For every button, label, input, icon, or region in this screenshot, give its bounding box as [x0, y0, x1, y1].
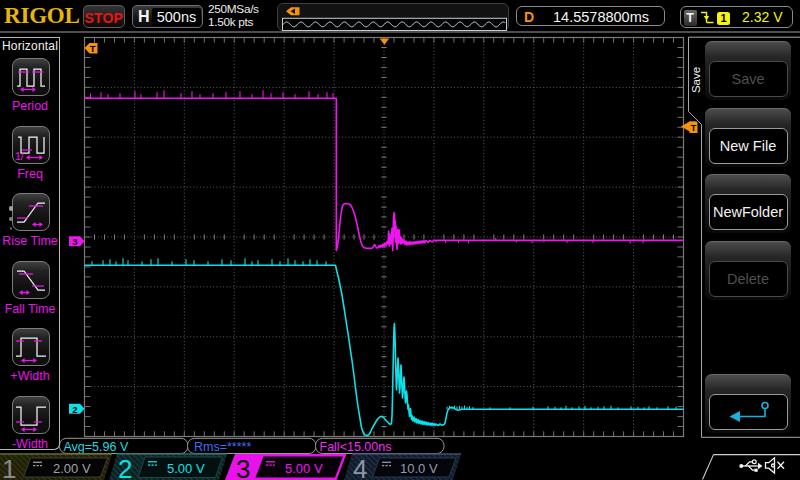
svg-text:5.00 V: 5.00 V	[285, 461, 323, 476]
svg-text:2: 2	[118, 454, 132, 480]
svg-text:3: 3	[236, 454, 250, 480]
svg-text:1/: 1/	[15, 149, 24, 161]
svg-text:4: 4	[353, 454, 367, 480]
svg-text:2.00 V: 2.00 V	[53, 461, 91, 476]
svg-text:5.00 V: 5.00 V	[167, 461, 205, 476]
svg-text:1: 1	[2, 454, 16, 480]
svg-text:10.0 V: 10.0 V	[400, 461, 438, 476]
